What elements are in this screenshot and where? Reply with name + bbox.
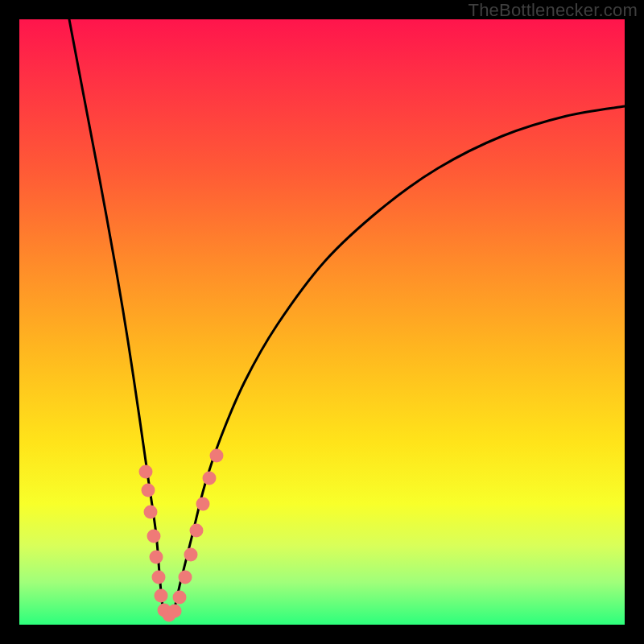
highlight-dot bbox=[147, 530, 161, 543]
highlight-dot bbox=[173, 591, 187, 605]
highlight-dot bbox=[203, 472, 217, 485]
highlight-dot bbox=[196, 497, 210, 511]
highlight-dot bbox=[168, 605, 182, 618]
bottleneck-curve bbox=[69, 19, 625, 619]
highlight-dot bbox=[139, 465, 153, 479]
highlight-dot bbox=[184, 548, 198, 562]
highlight-dot bbox=[152, 571, 166, 584]
highlight-dots-group bbox=[139, 449, 224, 622]
chart-frame: TheBottlenecker.com bbox=[0, 0, 644, 644]
highlight-dot bbox=[190, 524, 204, 538]
plot-area bbox=[19, 19, 625, 625]
highlight-dot bbox=[142, 484, 155, 497]
highlight-dot bbox=[150, 551, 163, 564]
highlight-dot bbox=[179, 571, 192, 584]
watermark-text: TheBottlenecker.com bbox=[469, 0, 638, 21]
highlight-dot bbox=[210, 449, 224, 463]
highlight-dot bbox=[155, 589, 168, 603]
curve-svg bbox=[19, 19, 625, 625]
highlight-dot bbox=[144, 506, 158, 519]
